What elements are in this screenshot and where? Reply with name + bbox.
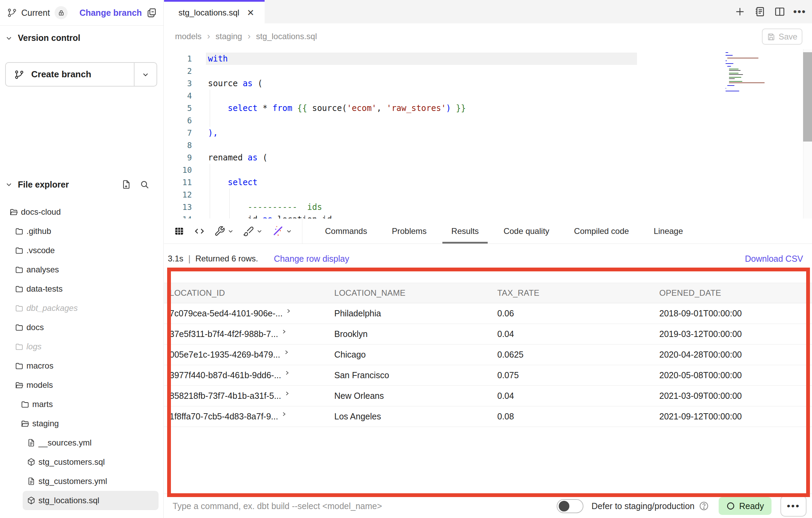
expand-cell-chevron-icon[interactable] bbox=[281, 412, 287, 417]
code-line-5[interactable]: 5 select * from {{ source('ecom', 'raw_s… bbox=[164, 102, 812, 114]
file-explorer-section-header[interactable]: File explorer bbox=[5, 176, 150, 193]
expand-cell-chevron-icon[interactable] bbox=[286, 308, 291, 314]
search-icon[interactable] bbox=[140, 180, 150, 190]
tab-stg-locations[interactable]: stg_locations.sql ✕ bbox=[164, 0, 265, 23]
file-tree-item-models[interactable]: models bbox=[11, 375, 159, 395]
file-tree-item-label: .vscode bbox=[26, 246, 55, 255]
help-circle-icon[interactable] bbox=[699, 501, 709, 511]
table-row[interactable]: 1f8ffa70-7cb5-4d83-8a7f-9...Los Angeles0… bbox=[164, 406, 812, 427]
results-tab-problems[interactable]: Problems bbox=[392, 218, 427, 244]
editor-column: stg_locations.sql ✕ ••• models › staging… bbox=[164, 0, 812, 518]
code-line-4[interactable]: 4 bbox=[164, 90, 812, 102]
expand-cell-chevron-icon[interactable] bbox=[285, 391, 290, 396]
download-csv-link[interactable]: Download CSV bbox=[745, 254, 803, 264]
code-line-10[interactable]: 10 bbox=[164, 164, 812, 176]
code-line-11[interactable]: 11 select bbox=[164, 176, 812, 189]
file-tree-item-dbt-packages[interactable]: dbt_packages bbox=[11, 299, 159, 318]
table-cell: 7c079cea-5ed4-4101-906e-... bbox=[170, 308, 334, 318]
folder-icon bbox=[15, 323, 24, 332]
copilot-wand-icon[interactable] bbox=[272, 225, 292, 237]
results-tab-lineage[interactable]: Lineage bbox=[654, 218, 683, 244]
new-file-icon[interactable] bbox=[121, 179, 131, 190]
create-branch-button[interactable]: Create branch bbox=[5, 62, 157, 87]
file-tree-item-docs-cloud[interactable]: docs-cloud bbox=[5, 202, 159, 222]
code-view-icon[interactable] bbox=[194, 225, 205, 237]
results-tab-code-quality[interactable]: Code quality bbox=[503, 218, 549, 244]
code-line-7[interactable]: 7), bbox=[164, 127, 812, 139]
defer-toggle[interactable] bbox=[557, 499, 583, 513]
code-line-1[interactable]: 1with bbox=[164, 53, 812, 65]
file-tree-item-stg-locations-sql[interactable]: stg_locations.sql bbox=[23, 491, 159, 510]
format-brush-icon[interactable] bbox=[243, 226, 263, 237]
table-cell: 0.075 bbox=[497, 370, 659, 380]
table-row[interactable]: 37e5f311-b7f4-4f2f-988b-7...Brooklyn0.04… bbox=[164, 324, 812, 345]
version-control-section-header[interactable]: Version control bbox=[5, 33, 80, 43]
folder-icon bbox=[21, 400, 30, 409]
expand-cell-chevron-icon[interactable] bbox=[285, 370, 290, 375]
save-button[interactable]: Save bbox=[762, 29, 802, 45]
copy-icon[interactable] bbox=[146, 7, 157, 18]
command-input[interactable] bbox=[173, 501, 557, 511]
command-more-button[interactable]: ••• bbox=[780, 495, 807, 517]
scrollbar-thumb[interactable] bbox=[803, 52, 812, 142]
results-tab-commands[interactable]: Commands bbox=[325, 218, 367, 244]
file-tree-item-data-tests[interactable]: data-tests bbox=[11, 279, 159, 299]
file-tree-item-label: docs-cloud bbox=[21, 207, 61, 217]
results-tab-compiled-code[interactable]: Compiled code bbox=[574, 218, 629, 244]
file-tree-item--github[interactable]: .github bbox=[11, 222, 159, 241]
rows-returned-text: Returned 6 rows. bbox=[195, 254, 258, 263]
table-row[interactable]: 7c079cea-5ed4-4101-906e-...Philadelphia0… bbox=[164, 303, 812, 324]
file-tree-item-stg-customers-yml[interactable]: stg_customers.yml bbox=[23, 472, 159, 491]
file-tree-item-logs[interactable]: logs bbox=[11, 337, 159, 356]
code-line-9[interactable]: 9renamed as ( bbox=[164, 151, 812, 164]
code-line-3[interactable]: 3source as ( bbox=[164, 77, 812, 90]
file-tree-item-docs[interactable]: docs bbox=[11, 318, 159, 337]
breadcrumb-separator: › bbox=[247, 31, 251, 42]
close-icon[interactable]: ✕ bbox=[247, 8, 254, 17]
version-control-title: Version control bbox=[18, 33, 80, 43]
file-explorer-title: File explorer bbox=[18, 180, 69, 190]
more-options-icon[interactable]: ••• bbox=[793, 5, 806, 18]
new-tab-plus-icon[interactable] bbox=[734, 5, 746, 18]
file-tree-item-marts[interactable]: marts bbox=[16, 395, 159, 414]
split-editor-icon[interactable] bbox=[774, 5, 786, 18]
file-tree-item-analyses[interactable]: analyses bbox=[11, 260, 159, 279]
change-branch-link[interactable]: Change branch bbox=[79, 8, 142, 18]
table-row[interactable]: 005e7e1c-1935-4269-b479...Chicago0.06252… bbox=[164, 345, 812, 365]
branch-readonly-badge bbox=[55, 6, 68, 19]
line-number: 7 bbox=[164, 127, 192, 139]
code-line-12[interactable]: 12 bbox=[164, 189, 812, 201]
wrench-icon[interactable] bbox=[214, 226, 234, 237]
table-cell: 858218fb-73f7-4b1b-a31f-5... bbox=[170, 391, 334, 401]
table-row[interactable]: 3977f440-b87d-461b-9dd6-...San Francisco… bbox=[164, 365, 812, 386]
expand-cell-chevron-icon[interactable] bbox=[284, 350, 289, 355]
expand-cell-chevron-icon[interactable] bbox=[281, 329, 287, 334]
code-line-2[interactable]: 2 bbox=[164, 65, 812, 77]
breadcrumb-staging[interactable]: staging bbox=[216, 32, 242, 41]
table-view-icon[interactable] bbox=[174, 226, 185, 237]
change-row-display-link[interactable]: Change row display bbox=[274, 254, 349, 264]
code-line-13[interactable]: 13 ---------- ids bbox=[164, 201, 812, 213]
code-line-8[interactable]: 8 bbox=[164, 139, 812, 151]
chevron-down-icon bbox=[256, 228, 263, 235]
file-tree-item--vscode[interactable]: .vscode bbox=[11, 241, 159, 260]
file-tree-item--sources-yml[interactable]: __sources.yml bbox=[23, 433, 159, 452]
table-row[interactable]: 858218fb-73f7-4b1b-a31f-5...New Orleans0… bbox=[164, 386, 812, 406]
code-line-6[interactable]: 6 bbox=[164, 114, 812, 127]
line-number: 3 bbox=[164, 77, 192, 90]
file-tree-item-macros[interactable]: macros bbox=[11, 356, 159, 375]
breadcrumb-models[interactable]: models bbox=[175, 32, 201, 41]
results-tab-results[interactable]: Results bbox=[451, 218, 479, 244]
code-text: source as ( bbox=[208, 77, 263, 90]
table-cell: 2019-03-12T00:00:00 bbox=[659, 329, 812, 339]
breadcrumb-file[interactable]: stg_locations.sql bbox=[256, 32, 317, 41]
notebook-icon[interactable] bbox=[754, 5, 766, 18]
folder-icon bbox=[15, 304, 24, 313]
results-table-header: LOCATION_IDLOCATION_NAMETAX_RATEOPENED_D… bbox=[164, 283, 812, 303]
file-tree-item-stg-customers-sql[interactable]: stg_customers.sql bbox=[23, 452, 159, 472]
line-number: 6 bbox=[164, 114, 192, 127]
file-tree-item-staging[interactable]: staging bbox=[16, 414, 159, 433]
create-branch-dropdown[interactable] bbox=[134, 63, 156, 86]
save-icon bbox=[767, 33, 775, 41]
file-tree-item-label: dbt_packages bbox=[26, 303, 78, 313]
